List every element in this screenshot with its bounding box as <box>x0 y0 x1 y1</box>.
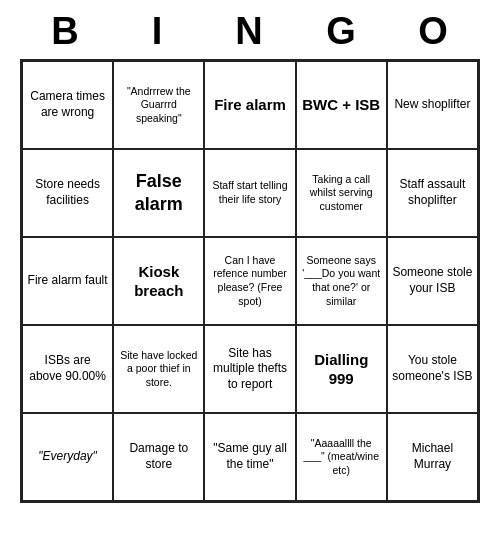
bingo-cell-1-3[interactable]: Taking a call whilst serving customer <box>296 149 387 237</box>
title-n: N <box>206 10 294 53</box>
bingo-cell-3-4[interactable]: You stole someone's ISB <box>387 325 478 413</box>
bingo-cell-0-4[interactable]: New shoplifter <box>387 61 478 149</box>
bingo-grid: Camera times are wrong"Andrrrew the Guar… <box>20 59 480 503</box>
bingo-cell-3-2[interactable]: Site has multiple thefts to report <box>204 325 295 413</box>
bingo-cell-4-3[interactable]: "Aaaaallll the ___" (meat/wine etc) <box>296 413 387 501</box>
bingo-cell-4-2[interactable]: "Same guy all the time" <box>204 413 295 501</box>
bingo-cell-1-4[interactable]: Staff assault shoplifter <box>387 149 478 237</box>
bingo-cell-2-0[interactable]: Fire alarm fault <box>22 237 113 325</box>
bingo-cell-3-0[interactable]: ISBs are above 90.00% <box>22 325 113 413</box>
title-b: B <box>22 10 110 53</box>
bingo-row-1: Store needs facilitiesFalse alarmStaff s… <box>22 149 478 237</box>
bingo-title: B I N G O <box>20 0 480 59</box>
bingo-cell-4-1[interactable]: Damage to store <box>113 413 204 501</box>
bingo-row-0: Camera times are wrong"Andrrrew the Guar… <box>22 61 478 149</box>
bingo-cell-2-1[interactable]: Kiosk breach <box>113 237 204 325</box>
bingo-row-3: ISBs are above 90.00%Site have locked a … <box>22 325 478 413</box>
bingo-row-2: Fire alarm faultKiosk breachCan I have r… <box>22 237 478 325</box>
bingo-cell-0-3[interactable]: BWC + ISB <box>296 61 387 149</box>
bingo-cell-0-1[interactable]: "Andrrrew the Guarrrd speaking" <box>113 61 204 149</box>
bingo-cell-1-1[interactable]: False alarm <box>113 149 204 237</box>
bingo-cell-0-0[interactable]: Camera times are wrong <box>22 61 113 149</box>
bingo-row-4: "Everyday"Damage to store"Same guy all t… <box>22 413 478 501</box>
bingo-cell-1-0[interactable]: Store needs facilities <box>22 149 113 237</box>
bingo-cell-3-1[interactable]: Site have locked a poor thief in store. <box>113 325 204 413</box>
bingo-cell-4-4[interactable]: Michael Murray <box>387 413 478 501</box>
title-o: O <box>390 10 478 53</box>
title-g: G <box>298 10 386 53</box>
bingo-cell-2-2[interactable]: Can I have refence number please? (Free … <box>204 237 295 325</box>
bingo-cell-0-2[interactable]: Fire alarm <box>204 61 295 149</box>
bingo-cell-1-2[interactable]: Staff start telling their life story <box>204 149 295 237</box>
bingo-cell-2-4[interactable]: Someone stole your ISB <box>387 237 478 325</box>
bingo-cell-3-3[interactable]: Dialling 999 <box>296 325 387 413</box>
bingo-cell-2-3[interactable]: Someone says '___Do you want that one?' … <box>296 237 387 325</box>
bingo-cell-4-0[interactable]: "Everyday" <box>22 413 113 501</box>
title-i: I <box>114 10 202 53</box>
